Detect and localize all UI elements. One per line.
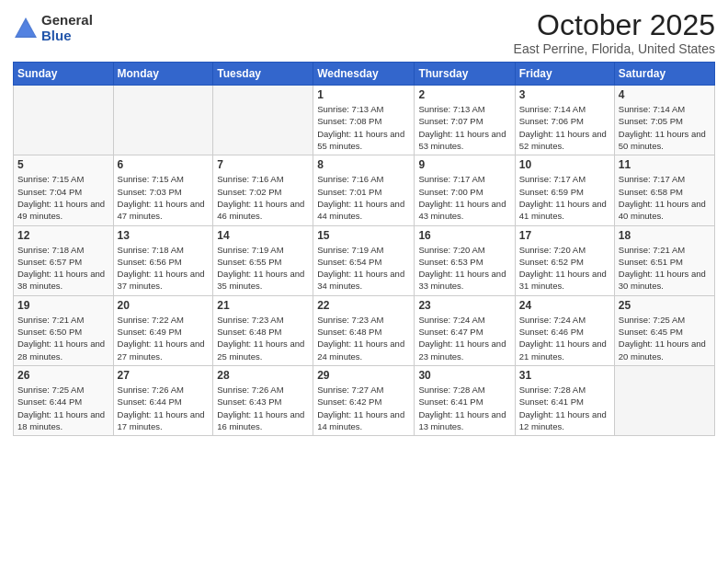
day-number: 23	[418, 299, 510, 312]
calendar-cell: 9Sunrise: 7:17 AMSunset: 7:00 PMDaylight…	[415, 155, 515, 225]
day-number: 7	[217, 158, 309, 171]
day-number: 28	[217, 369, 309, 382]
day-number: 26	[17, 369, 109, 382]
day-number: 25	[619, 299, 711, 312]
day-info: Sunrise: 7:17 AMSunset: 6:59 PMDaylight:…	[519, 173, 610, 222]
col-friday: Friday	[515, 63, 614, 86]
day-number: 20	[118, 299, 210, 312]
calendar-cell: 11Sunrise: 7:17 AMSunset: 6:58 PMDayligh…	[614, 155, 714, 225]
header: General Blue October 2025 East Perrine, …	[13, 9, 715, 56]
calendar-cell: 19Sunrise: 7:21 AMSunset: 6:50 PMDayligh…	[14, 295, 114, 365]
calendar-cell: 24Sunrise: 7:24 AMSunset: 6:46 PMDayligh…	[515, 295, 614, 365]
calendar-cell: 8Sunrise: 7:16 AMSunset: 7:01 PMDaylight…	[313, 155, 415, 225]
calendar-cell: 25Sunrise: 7:25 AMSunset: 6:45 PMDayligh…	[614, 295, 714, 365]
title-block: October 2025 East Perrine, Florida, Unit…	[514, 9, 715, 56]
calendar-cell: 18Sunrise: 7:21 AMSunset: 6:51 PMDayligh…	[614, 225, 714, 295]
day-number: 1	[317, 88, 410, 101]
logo-icon	[13, 16, 39, 41]
calendar-cell: 2Sunrise: 7:13 AMSunset: 7:07 PMDaylight…	[415, 86, 515, 155]
day-info: Sunrise: 7:15 AMSunset: 7:04 PMDaylight:…	[17, 173, 109, 222]
calendar-cell	[113, 86, 213, 155]
logo-text: General Blue	[41, 13, 93, 43]
day-info: Sunrise: 7:19 AMSunset: 6:54 PMDaylight:…	[317, 244, 410, 293]
day-number: 13	[118, 229, 210, 242]
col-tuesday: Tuesday	[213, 63, 313, 86]
day-info: Sunrise: 7:25 AMSunset: 6:45 PMDaylight:…	[619, 314, 711, 362]
day-number: 24	[519, 299, 610, 312]
day-info: Sunrise: 7:21 AMSunset: 6:50 PMDaylight:…	[17, 314, 109, 362]
calendar-cell: 12Sunrise: 7:18 AMSunset: 6:57 PMDayligh…	[14, 225, 114, 295]
calendar-cell: 5Sunrise: 7:15 AMSunset: 7:04 PMDaylight…	[14, 155, 114, 225]
day-number: 6	[118, 158, 210, 171]
calendar-row: 12Sunrise: 7:18 AMSunset: 6:57 PMDayligh…	[14, 225, 715, 295]
day-info: Sunrise: 7:26 AMSunset: 6:43 PMDaylight:…	[217, 384, 309, 432]
calendar-row: 1Sunrise: 7:13 AMSunset: 7:08 PMDaylight…	[14, 86, 715, 155]
day-number: 22	[317, 299, 410, 312]
svg-marker-1	[17, 21, 35, 36]
day-info: Sunrise: 7:23 AMSunset: 6:48 PMDaylight:…	[317, 314, 410, 362]
day-info: Sunrise: 7:18 AMSunset: 6:56 PMDaylight:…	[118, 244, 210, 293]
calendar-cell: 27Sunrise: 7:26 AMSunset: 6:44 PMDayligh…	[113, 365, 213, 435]
day-info: Sunrise: 7:26 AMSunset: 6:44 PMDaylight:…	[118, 384, 210, 432]
day-info: Sunrise: 7:16 AMSunset: 7:02 PMDaylight:…	[217, 173, 309, 222]
page: General Blue October 2025 East Perrine, …	[0, 0, 728, 563]
calendar-cell: 29Sunrise: 7:27 AMSunset: 6:42 PMDayligh…	[313, 365, 415, 435]
day-info: Sunrise: 7:20 AMSunset: 6:53 PMDaylight:…	[418, 244, 510, 293]
day-number: 29	[317, 369, 410, 382]
calendar-cell: 14Sunrise: 7:19 AMSunset: 6:55 PMDayligh…	[213, 225, 313, 295]
day-info: Sunrise: 7:14 AMSunset: 7:06 PMDaylight:…	[519, 103, 610, 152]
day-info: Sunrise: 7:17 AMSunset: 7:00 PMDaylight:…	[418, 173, 510, 222]
day-info: Sunrise: 7:13 AMSunset: 7:07 PMDaylight:…	[418, 103, 510, 152]
day-info: Sunrise: 7:16 AMSunset: 7:01 PMDaylight:…	[317, 173, 410, 222]
day-number: 5	[17, 158, 109, 171]
logo-blue-text: Blue	[41, 29, 93, 44]
calendar-cell: 26Sunrise: 7:25 AMSunset: 6:44 PMDayligh…	[14, 365, 114, 435]
day-info: Sunrise: 7:17 AMSunset: 6:58 PMDaylight:…	[619, 173, 711, 222]
calendar-cell: 28Sunrise: 7:26 AMSunset: 6:43 PMDayligh…	[213, 365, 313, 435]
logo-general-text: General	[41, 13, 93, 29]
calendar-header-row: Sunday Monday Tuesday Wednesday Thursday…	[14, 63, 715, 86]
calendar: Sunday Monday Tuesday Wednesday Thursday…	[13, 62, 715, 436]
day-info: Sunrise: 7:21 AMSunset: 6:51 PMDaylight:…	[619, 244, 711, 293]
calendar-cell: 3Sunrise: 7:14 AMSunset: 7:06 PMDaylight…	[515, 86, 614, 155]
day-number: 19	[17, 299, 109, 312]
calendar-cell: 16Sunrise: 7:20 AMSunset: 6:53 PMDayligh…	[415, 225, 515, 295]
col-thursday: Thursday	[415, 63, 515, 86]
location: East Perrine, Florida, United States	[514, 41, 715, 56]
day-number: 10	[519, 158, 610, 171]
day-info: Sunrise: 7:15 AMSunset: 7:03 PMDaylight:…	[118, 173, 210, 222]
day-number: 3	[519, 88, 610, 101]
day-number: 4	[619, 88, 711, 101]
calendar-row: 5Sunrise: 7:15 AMSunset: 7:04 PMDaylight…	[14, 155, 715, 225]
calendar-cell: 1Sunrise: 7:13 AMSunset: 7:08 PMDaylight…	[313, 86, 415, 155]
calendar-cell: 6Sunrise: 7:15 AMSunset: 7:03 PMDaylight…	[113, 155, 213, 225]
calendar-cell: 13Sunrise: 7:18 AMSunset: 6:56 PMDayligh…	[113, 225, 213, 295]
day-info: Sunrise: 7:24 AMSunset: 6:47 PMDaylight:…	[418, 314, 510, 362]
day-number: 30	[418, 369, 510, 382]
day-number: 8	[317, 158, 410, 171]
day-number: 31	[519, 369, 610, 382]
day-info: Sunrise: 7:23 AMSunset: 6:48 PMDaylight:…	[217, 314, 309, 362]
calendar-cell: 10Sunrise: 7:17 AMSunset: 6:59 PMDayligh…	[515, 155, 614, 225]
calendar-row: 19Sunrise: 7:21 AMSunset: 6:50 PMDayligh…	[14, 295, 715, 365]
day-number: 27	[118, 369, 210, 382]
calendar-cell: 30Sunrise: 7:28 AMSunset: 6:41 PMDayligh…	[415, 365, 515, 435]
calendar-cell: 15Sunrise: 7:19 AMSunset: 6:54 PMDayligh…	[313, 225, 415, 295]
day-info: Sunrise: 7:22 AMSunset: 6:49 PMDaylight:…	[118, 314, 210, 362]
logo: General Blue	[13, 13, 93, 43]
calendar-cell: 22Sunrise: 7:23 AMSunset: 6:48 PMDayligh…	[313, 295, 415, 365]
calendar-cell	[213, 86, 313, 155]
col-sunday: Sunday	[14, 63, 114, 86]
day-info: Sunrise: 7:27 AMSunset: 6:42 PMDaylight:…	[317, 384, 410, 432]
month-title: October 2025	[514, 9, 715, 41]
col-monday: Monday	[113, 63, 213, 86]
day-info: Sunrise: 7:25 AMSunset: 6:44 PMDaylight:…	[17, 384, 109, 432]
day-info: Sunrise: 7:19 AMSunset: 6:55 PMDaylight:…	[217, 244, 309, 293]
day-number: 12	[17, 229, 109, 242]
day-number: 17	[519, 229, 610, 242]
calendar-cell	[614, 365, 714, 435]
calendar-row: 26Sunrise: 7:25 AMSunset: 6:44 PMDayligh…	[14, 365, 715, 435]
day-info: Sunrise: 7:18 AMSunset: 6:57 PMDaylight:…	[17, 244, 109, 293]
col-saturday: Saturday	[614, 63, 714, 86]
calendar-cell: 20Sunrise: 7:22 AMSunset: 6:49 PMDayligh…	[113, 295, 213, 365]
